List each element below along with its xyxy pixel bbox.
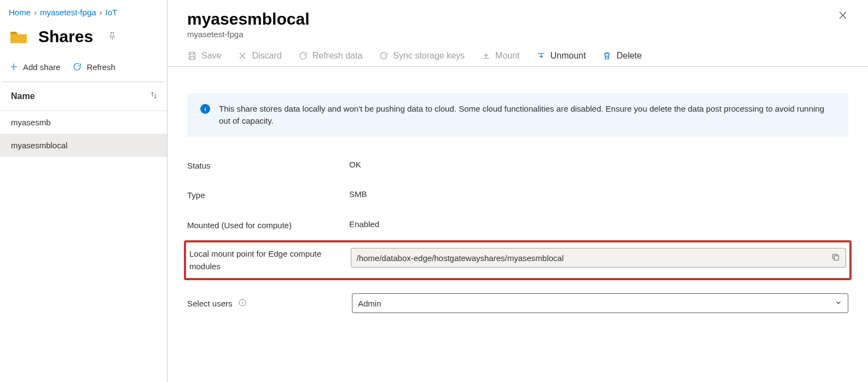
info-icon <box>200 104 210 114</box>
type-label: Type <box>187 189 349 202</box>
mount-point-field: /home/databox-edge/hostgatewayshares/mya… <box>351 248 847 268</box>
column-header-name[interactable]: Name <box>0 82 167 111</box>
command-bar: Save Discard Refresh data Sync storage k… <box>167 39 868 67</box>
property-row-mount-point: Local mount point for Edge compute modul… <box>186 248 849 273</box>
info-banner: This share stores data locally and won't… <box>187 93 848 137</box>
chevron-down-icon <box>835 299 842 308</box>
mount-button: Mount <box>481 51 519 61</box>
sync-label: Sync storage keys <box>393 51 465 61</box>
refresh-button[interactable]: Refresh <box>72 62 115 72</box>
save-button: Save <box>187 51 221 61</box>
refresh-label: Refresh <box>86 62 115 72</box>
select-users-label: Select users <box>187 299 233 308</box>
add-share-button[interactable]: Add share <box>9 62 60 72</box>
status-label: Status <box>187 160 349 172</box>
detail-panel: myasesmblocal myasetest-fpga Save Discar… <box>167 0 868 382</box>
mount-point-label: Local mount point for Edge compute modul… <box>189 248 351 273</box>
left-panel: Home › myasetest-fpga › IoT Shares Add s… <box>0 0 167 382</box>
property-row-status: Status OK <box>187 151 848 181</box>
breadcrumb-home[interactable]: Home <box>9 8 31 17</box>
highlight-mount-point: Local mount point for Edge compute modul… <box>184 240 852 280</box>
chevron-right-icon: › <box>34 8 37 17</box>
breadcrumb-resource[interactable]: myasetest-fpga <box>40 8 96 17</box>
type-value: SMB <box>349 189 367 199</box>
svg-point-0 <box>205 107 206 108</box>
status-value: OK <box>349 160 361 169</box>
save-label: Save <box>201 51 221 61</box>
mount-label: Mount <box>495 51 519 61</box>
detail-title: myasesmblocal <box>187 10 848 28</box>
refresh-data-button: Refresh data <box>298 51 363 61</box>
discard-button: Discard <box>238 51 281 61</box>
chevron-right-icon: › <box>100 8 102 17</box>
copy-icon[interactable] <box>831 253 840 263</box>
sort-icon[interactable] <box>149 91 158 102</box>
unmount-button[interactable]: Unmount <box>536 51 586 61</box>
discard-label: Discard <box>252 51 281 61</box>
detail-header: myasesmblocal myasetest-fpga <box>167 0 868 39</box>
info-icon[interactable] <box>238 298 247 309</box>
mount-point-value: /home/databox-edge/hostgatewayshares/mya… <box>357 253 564 263</box>
mounted-value: Enabled <box>349 219 379 229</box>
unmount-label: Unmount <box>551 51 586 61</box>
mounted-label: Mounted (Used for compute) <box>187 219 349 232</box>
page-title: Shares <box>38 27 93 46</box>
breadcrumb: Home › myasetest-fpga › IoT <box>0 0 167 17</box>
sync-storage-keys-button: Sync storage keys <box>379 51 465 61</box>
list-item[interactable]: myasesmb <box>0 111 167 134</box>
property-row-type: Type SMB <box>187 181 848 211</box>
detail-subtitle: myasetest-fpga <box>187 30 848 39</box>
svg-rect-1 <box>205 108 206 111</box>
list-item[interactable]: myasesmblocal <box>0 134 167 157</box>
left-toolbar: Add share Refresh <box>0 50 167 82</box>
select-users-row: Select users Admin <box>167 280 868 313</box>
page-title-row: Shares <box>0 17 167 50</box>
delete-label: Delete <box>616 51 641 61</box>
property-row-mounted: Mounted (Used for compute) Enabled <box>187 211 848 241</box>
refresh-data-label: Refresh data <box>313 51 363 61</box>
svg-rect-2 <box>834 256 838 260</box>
folder-icon <box>9 27 28 47</box>
info-message: This share stores data locally and won't… <box>219 103 835 127</box>
properties: Status OK Type SMB Mounted (Used for com… <box>167 151 868 281</box>
delete-button[interactable]: Delete <box>602 51 641 61</box>
add-share-label: Add share <box>23 62 60 72</box>
close-button[interactable] <box>837 10 848 22</box>
column-name-label: Name <box>11 91 35 101</box>
select-users-dropdown[interactable]: Admin <box>352 293 848 313</box>
pin-icon[interactable] <box>107 31 117 43</box>
select-users-value: Admin <box>358 299 381 308</box>
breadcrumb-tail[interactable]: IoT <box>106 8 118 17</box>
